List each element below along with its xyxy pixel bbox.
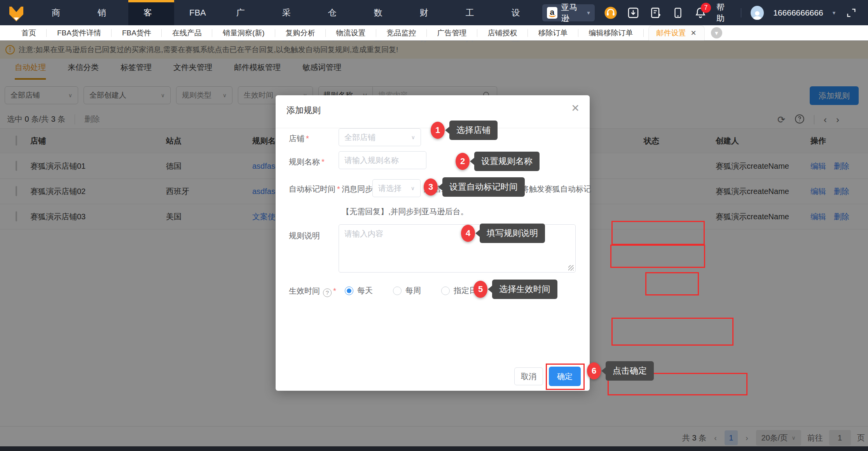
rule-name-field-label: 规则名称* — [289, 157, 325, 167]
page-tabbar: 首页FBA货件详情FBA货件在线产品销量洞察(新)复购分析物流设置竞品监控广告管… — [0, 25, 868, 41]
tab-list: 首页FBA货件详情FBA货件在线产品销量洞察(新)复购分析物流设置竞品监控广告管… — [11, 28, 644, 38]
effective-time-radio-group: 每天 每周 指定日期 — [345, 285, 485, 296]
main-menu-item[interactable]: 财务 — [405, 0, 451, 25]
annotation-step-3: 3 设置自动标记时间 — [424, 177, 525, 197]
modal-shop-value: 全部店铺 — [344, 132, 375, 143]
main-menu-item[interactable]: 广告 — [221, 0, 267, 25]
modal-auto-mark-select[interactable]: 请选择∨ — [372, 179, 421, 197]
radio-dot-icon — [393, 287, 402, 295]
step-badge: 3 — [424, 178, 438, 196]
cancel-button[interactable]: 取消 — [514, 367, 543, 385]
radio-label: 每天 — [357, 285, 373, 296]
radio-option[interactable]: 每周 — [393, 285, 421, 296]
help-link[interactable]: 帮助 — [716, 2, 732, 24]
step-tooltip: 填写规则说明 — [480, 224, 545, 243]
step-badge: 5 — [473, 281, 487, 298]
close-tab-icon[interactable]: ✕ — [691, 29, 697, 37]
resize-handle[interactable] — [568, 265, 574, 271]
annotation-step-4: 4 填写规则说明 — [461, 224, 545, 243]
page-tab[interactable]: 广告管理 — [427, 28, 477, 38]
customer-service-icon[interactable] — [604, 6, 617, 20]
step-tooltip: 设置规则名称 — [474, 152, 540, 171]
page-tab[interactable]: 复购分析 — [275, 28, 326, 38]
main-menu-item[interactable]: 仓库 — [313, 0, 359, 25]
auto-mark-select-placeholder: 请选择 — [378, 183, 402, 194]
main-menu-item[interactable]: 设置 — [496, 0, 542, 25]
question-circle-icon[interactable]: ? — [323, 288, 332, 297]
page-tab[interactable]: FBA货件 — [112, 28, 162, 38]
confirm-button[interactable]: 确定 — [549, 367, 581, 386]
annotation-step-5: 5 选择生效时间 — [473, 280, 557, 299]
auto-mark-prefix: 消息同步 — [342, 184, 373, 194]
platform-selector[interactable]: a 亚马逊 ▾ — [542, 4, 595, 21]
step-tooltip: 点击确定 — [606, 361, 654, 381]
step-badge: 4 — [461, 225, 475, 242]
main-menu-item[interactable]: 客服 — [128, 0, 174, 25]
account-chevron-icon[interactable]: ▾ — [833, 9, 836, 16]
saihu-logo-icon — [6, 3, 26, 23]
close-icon[interactable]: ✕ — [571, 103, 580, 113]
step-badge: 6 — [587, 362, 601, 379]
annotation-step-2: 2 设置规则名称 — [456, 152, 540, 171]
radio-option[interactable]: 每天 — [345, 285, 373, 296]
main-menu: 商品销售客服FBA广告采购仓库数据财务工具设置 — [37, 0, 542, 25]
page-tab[interactable]: 在线产品 — [162, 28, 212, 38]
page-tab[interactable]: 首页 — [11, 28, 47, 38]
divider — [741, 8, 741, 17]
top-navbar: 商品销售客服FBA广告采购仓库数据财务工具设置 a 亚马逊 ▾ 7 帮助 166… — [0, 0, 868, 25]
effective-time-field-label: 生效时间?* — [289, 286, 336, 297]
page-tab[interactable]: 物流设置 — [326, 28, 376, 38]
step-tooltip: 选择生效时间 — [492, 280, 557, 299]
annotation-step-1: 1 选择店铺 — [431, 121, 498, 140]
description-field-label: 规则说明 — [289, 231, 320, 241]
feedback-icon[interactable] — [649, 6, 662, 20]
step-badge: 1 — [431, 122, 445, 139]
chevron-down-icon: ∨ — [411, 185, 415, 191]
modal-shop-select[interactable]: 全部店铺∨ — [339, 128, 421, 146]
navbar-right: a 亚马逊 ▾ 7 帮助 16666666666 ▾ — [542, 2, 868, 24]
download-icon[interactable] — [627, 6, 640, 20]
main-menu-item[interactable]: 采购 — [267, 0, 313, 25]
step-tooltip: 选择店铺 — [449, 121, 498, 140]
rule-name-placeholder: 请输入规则名称 — [344, 155, 399, 166]
page-tab[interactable]: 移除订单 — [528, 28, 578, 38]
annotation-step-6: 6 点击确定 — [587, 361, 654, 381]
main-menu-item[interactable]: FBA — [174, 0, 221, 25]
page-tab[interactable]: FBA货件详情 — [47, 28, 112, 38]
fullscreen-icon[interactable] — [845, 6, 858, 20]
chevron-down-icon: ∨ — [411, 134, 415, 140]
active-tab-label: 邮件设置 — [657, 28, 686, 38]
auto-mark-field-label: 自动标记时间* — [289, 184, 340, 194]
page-tab[interactable]: 编辑移除订单 — [578, 28, 644, 38]
main-menu-item[interactable]: 数据 — [359, 0, 405, 25]
radio-label: 每周 — [405, 285, 421, 296]
account-name[interactable]: 16666666666 — [773, 8, 823, 17]
user-avatar[interactable] — [751, 6, 764, 20]
main-menu-item[interactable]: 商品 — [37, 0, 82, 25]
mobile-app-icon[interactable] — [671, 6, 685, 20]
main-menu-item[interactable]: 销售 — [82, 0, 128, 25]
radio-dot-icon — [345, 287, 353, 295]
description-placeholder: 请输入内容 — [344, 229, 383, 238]
auto-mark-line2: 【无需回复】,并同步到亚马逊后台。 — [342, 206, 468, 217]
chevron-down-icon: ▾ — [587, 9, 590, 16]
notifications-bell-icon[interactable]: 7 — [694, 6, 707, 20]
shop-field-label: 店铺* — [289, 133, 309, 144]
step-tooltip: 设置自动标记时间 — [442, 177, 525, 197]
amazon-icon: a — [547, 7, 558, 19]
page-tab[interactable]: 销量洞察(新) — [212, 28, 275, 38]
radio-dot-icon — [441, 287, 450, 295]
modal-rule-name-input[interactable]: 请输入规则名称 — [339, 151, 426, 169]
page-tab[interactable]: 竞品监控 — [376, 28, 427, 38]
step-badge: 2 — [456, 153, 470, 170]
main-menu-item[interactable]: 工具 — [451, 0, 496, 25]
page-tab[interactable]: 店铺授权 — [477, 28, 528, 38]
modal-title: 添加规则 — [286, 105, 321, 116]
tab-overflow-button[interactable]: ▼ — [711, 27, 722, 38]
tab-email-settings-active[interactable]: 邮件设置 ✕ — [648, 25, 705, 41]
notification-count-badge: 7 — [701, 3, 711, 13]
platform-label: 亚马逊 — [561, 2, 583, 24]
